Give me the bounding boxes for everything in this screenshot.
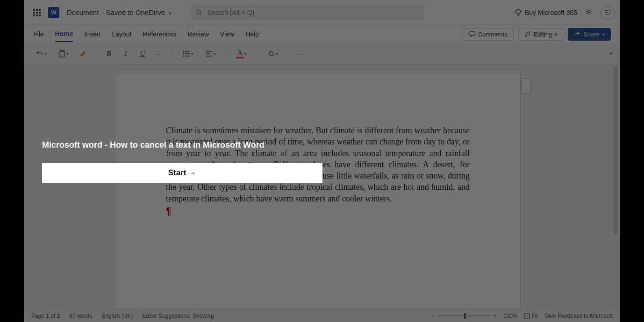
zoom-percent[interactable]: 100% (503, 313, 518, 319)
editor-status[interactable]: Editor Suggestions: Showing (142, 313, 214, 319)
comments-label: Comments (478, 31, 508, 38)
tab-view[interactable]: View (220, 27, 234, 42)
more-font-button[interactable]: ··· (152, 47, 166, 61)
feedback-link[interactable]: Give Feedback to Microsoft (544, 313, 613, 319)
page-count[interactable]: Page 1 of 1 (31, 313, 60, 319)
paragraph-mark-icon: ¶ (166, 206, 470, 216)
align-button[interactable]: ▾ (200, 47, 220, 61)
zoom-in-button[interactable]: + (494, 313, 497, 319)
search-placeholder: Search (Alt + Q) (207, 9, 254, 16)
diamond-icon (515, 9, 522, 16)
share-button[interactable]: Share ▾ (568, 28, 611, 41)
tab-layout[interactable]: Layout (112, 27, 131, 42)
ribbon-expand-button[interactable]: ▾ (610, 50, 613, 57)
search-icon (196, 9, 202, 16)
undo-button[interactable]: ▾ (31, 47, 51, 61)
save-status-text: Saved to OneDrive (106, 8, 165, 16)
bold-button[interactable]: B (102, 47, 116, 61)
chevron-down-icon: ▾ (169, 10, 172, 16)
clipboard-icon (59, 50, 65, 57)
buy-label: Buy Microsoft 365 (525, 9, 577, 16)
list-icon (183, 50, 190, 57)
brush-icon (79, 50, 87, 57)
svg-point-15 (269, 51, 273, 55)
share-icon (574, 31, 580, 37)
pencil-icon (524, 31, 531, 37)
ribbon-tabs: File Home Insert Layout References Revie… (24, 25, 620, 43)
svg-line-1 (200, 14, 202, 15)
svg-point-10 (183, 55, 184, 57)
zoom-thumb[interactable] (464, 313, 466, 319)
search-icon (268, 50, 275, 57)
save-status[interactable]: - Saved to OneDrive ▾ (101, 8, 172, 16)
start-button[interactable]: Start → (42, 163, 322, 183)
word-count[interactable]: 97 words (69, 313, 92, 319)
vertical-scrollbar[interactable] (614, 66, 618, 235)
more-commands-button[interactable]: ··· (294, 47, 308, 61)
settings-button[interactable] (585, 7, 593, 18)
share-label: Share (583, 31, 600, 38)
home-toolbar: ▾ ▾ B I U ··· ▾ ▾ A ▾ ▾ (24, 43, 620, 64)
gear-icon (585, 7, 593, 16)
italic-button[interactable]: I (119, 47, 133, 61)
font-color-button[interactable]: A ▾ (232, 47, 251, 61)
tab-home[interactable]: Home (55, 26, 73, 42)
comment-icon (469, 31, 475, 37)
svg-point-6 (183, 50, 184, 52)
align-left-icon (205, 50, 213, 57)
app-launcher-button[interactable] (29, 5, 44, 20)
tab-file[interactable]: File (33, 27, 44, 42)
svg-rect-4 (60, 51, 64, 57)
editing-label: Editing (534, 31, 552, 38)
svg-rect-17 (525, 314, 530, 318)
document-page[interactable]: Climate is sometimes mistaken for weathe… (115, 72, 521, 309)
chevron-down-icon: ▾ (555, 32, 557, 37)
find-button[interactable]: ▾ (263, 47, 283, 61)
font-color-icon: A (236, 49, 243, 58)
tutorial-title: Microsoft word - How to cancel a text in… (42, 140, 322, 150)
fit-icon (524, 313, 530, 319)
tab-insert[interactable]: Insert (84, 27, 100, 42)
search-input[interactable]: Search (Alt + Q) (190, 5, 424, 20)
document-name[interactable]: Document (67, 8, 99, 16)
format-painter-button[interactable] (76, 47, 90, 61)
tutorial-overlay: Microsoft word - How to cancel a text in… (42, 140, 322, 183)
word-app-icon[interactable]: W (48, 7, 59, 18)
title-bar: W Document - Saved to OneDrive ▾ Search … (24, 0, 620, 25)
bullets-button[interactable]: ▾ (178, 47, 198, 61)
comments-button[interactable]: Comments (463, 28, 514, 41)
status-bar: Page 1 of 1 97 words English (UK) Editor… (24, 309, 620, 322)
tab-references[interactable]: References (143, 27, 177, 42)
save-separator: - (101, 8, 106, 16)
undo-icon (36, 50, 43, 57)
document-canvas: Climate is sometimes mistaken for weathe… (24, 64, 620, 309)
language-status[interactable]: English (UK) (101, 313, 133, 319)
svg-line-16 (272, 55, 274, 57)
buy-microsoft-365-button[interactable]: Buy Microsoft 365 (515, 9, 577, 16)
page-margin-handle[interactable] (522, 79, 531, 93)
svg-point-8 (183, 53, 184, 54)
underline-button[interactable]: U (136, 47, 150, 61)
zoom-out-button[interactable]: − (431, 313, 435, 319)
fit-label: Fit (532, 313, 538, 319)
svg-rect-3 (469, 32, 475, 36)
svg-point-0 (197, 10, 201, 14)
fit-button[interactable]: Fit (524, 313, 538, 319)
user-avatar[interactable]: EJ (601, 6, 615, 20)
chevron-down-icon: ▾ (602, 32, 605, 37)
tab-review[interactable]: Review (187, 27, 209, 42)
paste-button[interactable]: ▾ (54, 47, 73, 61)
zoom-slider[interactable]: − + (431, 313, 497, 319)
zoom-track[interactable] (438, 315, 490, 316)
tab-help[interactable]: Help (245, 27, 259, 42)
editing-mode-button[interactable]: Editing ▾ (518, 28, 564, 41)
waffle-icon (33, 9, 41, 16)
svg-point-2 (587, 10, 590, 13)
